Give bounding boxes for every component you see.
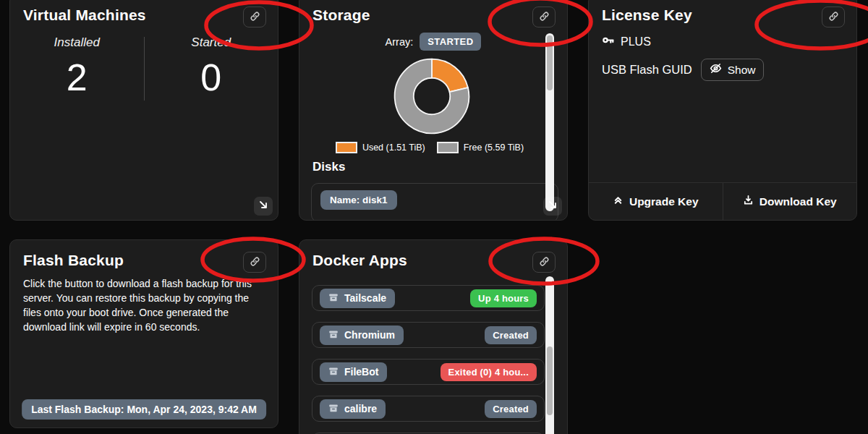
link-icon: [250, 11, 260, 24]
storage-card: Storage Array: STARTED Used (1.51 TiB) F…: [299, 0, 568, 221]
vm-installed-label: Installed: [10, 35, 144, 50]
docker-status-badge: Created: [485, 326, 537, 344]
card-link-button[interactable]: [243, 7, 266, 27]
resize-handle[interactable]: [543, 197, 562, 216]
card-title: Virtual Machines: [23, 7, 146, 24]
download-icon: [743, 195, 754, 208]
vm-installed-value: 2: [10, 59, 144, 96]
show-guid-button[interactable]: Show: [701, 59, 765, 81]
link-icon: [250, 256, 260, 269]
scrollbar-track[interactable]: [545, 276, 554, 434]
card-link-button[interactable]: [532, 7, 556, 27]
license-type-row: PLUS: [602, 34, 651, 49]
archive-box-icon: [328, 366, 339, 378]
used-swatch: [336, 142, 357, 153]
disk-name-badge: Name: disk1: [320, 190, 397, 210]
array-status-badge: STARTED: [420, 33, 481, 51]
link-icon: [539, 256, 550, 269]
docker-app-row: FileBot Exited (0) 4 hou...: [312, 359, 545, 385]
vm-started-label: Started: [145, 35, 278, 50]
vm-started-value: 0: [145, 59, 278, 96]
arrow-down-right-icon: [548, 200, 558, 213]
card-link-button[interactable]: [822, 7, 845, 27]
download-key-label: Download Key: [760, 195, 837, 208]
angles-up-icon: [613, 195, 624, 208]
link-icon: [539, 11, 550, 24]
legend-item-free: Free (5.59 TiB): [437, 142, 524, 153]
card-title: Flash Backup: [23, 252, 124, 269]
archive-box-icon: [328, 329, 339, 341]
free-swatch: [437, 142, 459, 153]
storage-donut-chart: [391, 56, 472, 137]
key-icon: [602, 34, 614, 49]
disk-row: Name: disk1: [311, 183, 558, 221]
resize-handle[interactable]: [254, 197, 273, 216]
card-link-button[interactable]: [532, 252, 556, 273]
docker-app-name: FileBot: [344, 366, 378, 378]
show-button-label: Show: [728, 64, 756, 77]
legend-free-label: Free (5.59 TiB): [464, 142, 524, 153]
eye-slash-icon: [710, 62, 722, 77]
docker-app-row: Tailscale Up 4 hours: [312, 285, 545, 311]
array-status-row: Array: STARTED: [299, 33, 567, 51]
docker-app-row: Chromium Created: [312, 322, 545, 348]
flash-backup-description: Click the button to download a flash bac…: [23, 276, 263, 334]
disks-heading: Disks: [312, 160, 345, 174]
chart-legend: Used (1.51 TiB) Free (5.59 TiB): [299, 142, 560, 153]
docker-app-name: Tailscale: [344, 292, 386, 304]
scrollbar-thumb[interactable]: [547, 346, 553, 415]
docker-app-badge[interactable]: calibre: [320, 399, 386, 419]
array-label: Array:: [386, 36, 414, 48]
license-type-label: PLUS: [621, 35, 651, 48]
download-key-button[interactable]: Download Key: [723, 183, 857, 220]
arrow-down-right-icon: [258, 200, 268, 213]
docker-app-badge[interactable]: FileBot: [320, 362, 387, 382]
archive-box-icon: [328, 403, 339, 415]
docker-app-list: Tailscale Up 4 hours Chromium Created Fi…: [312, 285, 545, 434]
license-footer: Upgrade Key Download Key: [589, 182, 856, 220]
upgrade-key-label: Upgrade Key: [629, 195, 699, 208]
card-title: Docker Apps: [312, 252, 407, 269]
flash-backup-card: Flash Backup Click the button to downloa…: [9, 239, 278, 428]
license-key-card: License Key PLUS USB Flash GUID: [588, 0, 857, 221]
docker-app-row: calibre Created: [312, 396, 545, 422]
upgrade-key-button[interactable]: Upgrade Key: [589, 183, 723, 220]
docker-app-name: calibre: [344, 403, 377, 414]
legend-used-label: Used (1.51 TiB): [362, 142, 425, 153]
vm-stats: Installed 2 Started 0: [10, 35, 278, 101]
docker-status-badge: Up 4 hours: [470, 289, 537, 307]
archive-box-icon: [328, 292, 339, 305]
vm-started-stat: Started 0: [145, 35, 278, 101]
docker-app-name: Chromium: [344, 329, 395, 341]
last-flash-backup-badge: Last Flash Backup: Mon, Apr 24, 2023, 9:…: [22, 399, 266, 420]
docker-app-badge[interactable]: Tailscale: [320, 289, 395, 308]
card-link-button[interactable]: [243, 252, 266, 273]
virtual-machines-card: Virtual Machines Installed 2 Started 0: [9, 0, 278, 221]
docker-status-badge: Exited (0) 4 hou...: [441, 363, 537, 381]
card-title: Storage: [312, 7, 370, 24]
docker-apps-card: Docker Apps Tailscale Up 4 hours: [299, 239, 568, 434]
card-title: License Key: [602, 7, 692, 24]
link-icon: [828, 11, 839, 24]
scrollbar-track[interactable]: [545, 33, 554, 211]
scrollbar-thumb[interactable]: [547, 35, 553, 90]
docker-app-badge[interactable]: Chromium: [320, 326, 404, 345]
guid-label: USB Flash GUID: [602, 63, 692, 77]
guid-row: USB Flash GUID Show: [602, 59, 764, 81]
docker-status-badge: Created: [485, 400, 537, 418]
legend-item-used: Used (1.51 TiB): [336, 142, 425, 153]
vm-installed-stat: Installed 2: [10, 35, 144, 101]
